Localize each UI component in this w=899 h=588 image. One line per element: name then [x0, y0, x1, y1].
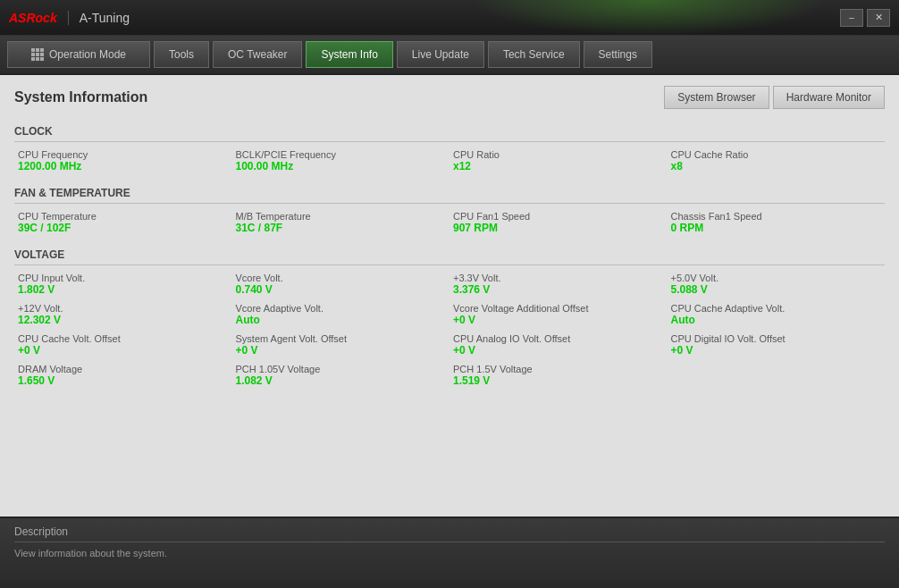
data-cell: System Agent Volt. Offset+0 V — [232, 332, 450, 358]
data-cell: M/B Temperature31C / 87F — [232, 209, 450, 236]
data-grid-clock: CPU Frequency1200.00 MHzBCLK/PCIE Freque… — [14, 147, 885, 174]
data-grid-row: CPU Input Volt.1.802 VVcore Volt.0.740 V… — [14, 271, 885, 298]
data-value: +0 V — [453, 344, 664, 357]
nav-label-live-update: Live Update — [412, 48, 469, 61]
data-cell: Chassis Fan1 Speed0 RPM — [668, 209, 886, 236]
minimize-button[interactable]: − — [840, 9, 863, 27]
data-value: 1.650 V — [18, 374, 229, 387]
desc-title: Description — [14, 525, 885, 542]
data-value: 0.740 V — [236, 283, 447, 296]
data-label: Vcore Adaptive Volt. — [236, 303, 447, 314]
data-label: CPU Cache Ratio — [671, 149, 882, 160]
data-value: 1.082 V — [236, 374, 447, 387]
data-value: 1.802 V — [18, 283, 229, 296]
category-label-voltage: VOLTAGE — [14, 243, 885, 265]
data-grid-row: +12V Volt.12.302 VVcore Adaptive Volt.Au… — [14, 301, 885, 328]
app-title: A-Tuning — [68, 11, 130, 25]
data-cell: Vcore Adaptive Volt.Auto — [232, 301, 450, 328]
close-button[interactable]: ✕ — [867, 9, 890, 27]
data-cell: Vcore Voltage Additional Offset+0 V — [450, 301, 668, 328]
header-btn-hardware-monitor[interactable]: Hardware Monitor — [773, 86, 885, 109]
data-label: DRAM Voltage — [18, 364, 229, 374]
data-cell: CPU Ratiox12 — [450, 147, 668, 174]
grid-icon — [31, 48, 44, 61]
logo: ASRock — [9, 11, 57, 25]
data-label: +5.0V Volt. — [671, 273, 882, 283]
data-label: BCLK/PCIE Frequency — [236, 149, 447, 160]
nav-btn-settings[interactable]: Settings — [584, 41, 652, 68]
data-cell: +12V Volt.12.302 V — [14, 301, 232, 328]
data-label: CPU Fan1 Speed — [453, 211, 664, 222]
data-cell: BCLK/PCIE Frequency100.00 MHz — [232, 147, 450, 174]
data-value: 0 RPM — [671, 222, 882, 234]
data-value: 31C / 87F — [236, 222, 447, 234]
data-label: CPU Temperature — [18, 211, 229, 222]
data-value: +0 V — [18, 344, 229, 357]
data-label: CPU Cache Adaptive Volt. — [671, 303, 882, 314]
data-label: CPU Analog IO Volt. Offset — [453, 333, 664, 344]
nav-label-tools: Tools — [169, 48, 194, 61]
category-label-clock: CLOCK — [14, 120, 885, 142]
title-left: ASRock A-Tuning — [9, 11, 130, 25]
data-label: Chassis Fan1 Speed — [671, 211, 882, 222]
nav-btn-oc-tweaker[interactable]: OC Tweaker — [213, 41, 302, 68]
data-value: +0 V — [236, 344, 447, 357]
data-label: +12V Volt. — [18, 303, 229, 314]
nav-bar: Operation ModeToolsOC TweakerSystem Info… — [0, 36, 899, 75]
desc-text: View information about the system. — [14, 548, 885, 559]
data-value: Auto — [671, 314, 882, 326]
data-cell: CPU Analog IO Volt. Offset+0 V — [450, 332, 668, 358]
data-cell: CPU Input Volt.1.802 V — [14, 271, 232, 298]
data-label: System Agent Volt. Offset — [236, 333, 447, 344]
nav-btn-tools[interactable]: Tools — [154, 41, 209, 68]
data-value: +0 V — [453, 314, 664, 326]
data-cell: CPU Cache Ratiox8 — [668, 147, 886, 174]
data-label: +3.3V Volt. — [453, 273, 664, 283]
header-btn-system-browser[interactable]: System Browser — [664, 86, 769, 109]
title-bar: ASRock A-Tuning − ✕ — [0, 0, 899, 36]
data-label: PCH 1.05V Voltage — [236, 364, 447, 374]
header-buttons: System BrowserHardware Monitor — [664, 86, 885, 109]
nav-btn-operation-mode[interactable]: Operation Mode — [7, 41, 150, 68]
nav-label-operation-mode: Operation Mode — [49, 48, 126, 61]
data-label: Vcore Voltage Additional Offset — [453, 303, 664, 314]
nav-btn-tech-service[interactable]: Tech Service — [488, 41, 580, 68]
nav-btn-live-update[interactable]: Live Update — [397, 41, 484, 68]
content-area: System Information System BrowserHardwar… — [0, 75, 899, 517]
data-value: 3.376 V — [453, 283, 664, 296]
data-value: 39C / 102F — [18, 222, 229, 234]
logo-text: ASRock — [9, 11, 57, 25]
data-label: CPU Digital IO Volt. Offset — [671, 333, 882, 344]
data-cell: CPU Frequency1200.00 MHz — [14, 147, 232, 174]
nav-btn-system-info[interactable]: System Info — [306, 41, 392, 68]
section-title: System Information — [14, 89, 147, 105]
data-label: CPU Input Volt. — [18, 273, 229, 283]
data-cell: CPU Fan1 Speed907 RPM — [450, 209, 668, 236]
main-content: System Information System BrowserHardwar… — [0, 75, 899, 517]
data-grid-row: CPU Cache Volt. Offset+0 VSystem Agent V… — [14, 332, 885, 358]
data-cell: +5.0V Volt.5.088 V — [668, 271, 886, 298]
data-cell: PCH 1.05V Voltage1.082 V — [232, 362, 450, 389]
data-cell: +3.3V Volt.3.376 V — [450, 271, 668, 298]
data-value: 5.088 V — [671, 283, 882, 296]
description-bar: Description View information about the s… — [0, 517, 899, 588]
data-value: +0 V — [671, 344, 882, 357]
data-cell: CPU Cache Adaptive Volt.Auto — [668, 301, 886, 328]
data-cell: Vcore Volt.0.740 V — [232, 271, 450, 298]
window-controls: − ✕ — [840, 9, 890, 27]
data-label: CPU Frequency — [18, 149, 229, 160]
data-label: M/B Temperature — [236, 211, 447, 222]
nav-label-system-info: System Info — [321, 48, 377, 61]
nav-label-settings: Settings — [599, 48, 637, 61]
data-value: 12.302 V — [18, 314, 229, 326]
data-cell: CPU Digital IO Volt. Offset+0 V — [668, 332, 886, 358]
data-grid-row: DRAM Voltage1.650 VPCH 1.05V Voltage1.08… — [14, 362, 885, 389]
section-header: System Information System BrowserHardwar… — [14, 86, 885, 109]
data-value: Auto — [236, 314, 447, 326]
data-label: Vcore Volt. — [236, 273, 447, 283]
nav-label-oc-tweaker: OC Tweaker — [228, 48, 287, 61]
data-cell: DRAM Voltage1.650 V — [14, 362, 232, 389]
nav-label-tech-service: Tech Service — [503, 48, 565, 61]
category-label-fan-temperature: FAN & TEMPERATURE — [14, 181, 885, 204]
data-sections: CLOCKCPU Frequency1200.00 MHzBCLK/PCIE F… — [14, 120, 885, 389]
